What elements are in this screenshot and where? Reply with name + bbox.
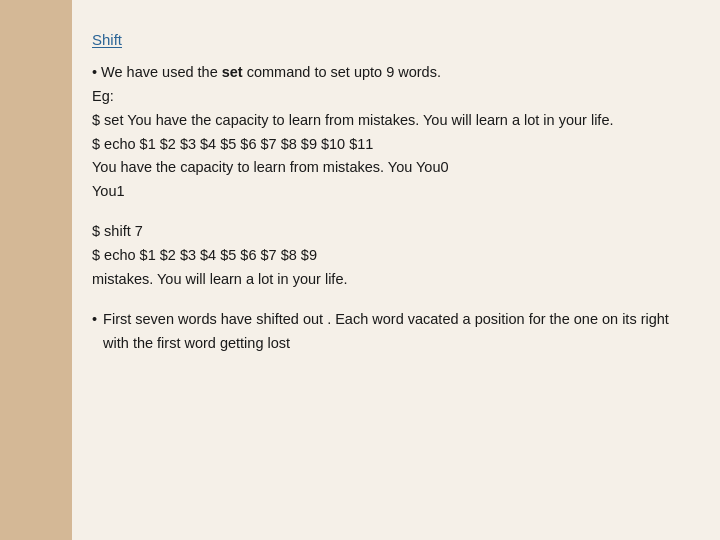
you1-line: You1 bbox=[92, 180, 688, 204]
bullet-symbol-1: • bbox=[92, 61, 97, 85]
bullet-line-1: • We have used the set command to set up… bbox=[92, 61, 688, 85]
echo-command-line: $ echo $1 $2 $3 $4 $5 $6 $7 $8 $9 $10 $1… bbox=[92, 133, 688, 157]
echo-command-2: $ echo $1 $2 $3 $4 $5 $6 $7 $8 $9 bbox=[92, 244, 688, 268]
bullet-text-1: We have used the set command to set upto… bbox=[101, 61, 441, 85]
bullet-text-2: First seven words have shifted out . Eac… bbox=[103, 308, 688, 356]
shift-output: mistakes. You will learn a lot in your l… bbox=[92, 268, 688, 292]
main-content: Shift • We have used the set command to … bbox=[72, 0, 720, 540]
content-block-1: • We have used the set command to set up… bbox=[92, 61, 688, 205]
set-command-line: $ set You have the capacity to learn fro… bbox=[92, 109, 688, 133]
bullet-section-2: • First seven words have shifted out . E… bbox=[92, 308, 688, 356]
bullet-symbol-2: • bbox=[92, 308, 97, 356]
output-line: You have the capacity to learn from mist… bbox=[92, 156, 688, 180]
shift-command: $ shift 7 bbox=[92, 220, 688, 244]
bold-set: set bbox=[222, 64, 243, 80]
eg-label: Eg: bbox=[92, 85, 688, 109]
sidebar bbox=[0, 0, 72, 540]
shift-block: $ shift 7 $ echo $1 $2 $3 $4 $5 $6 $7 $8… bbox=[92, 220, 688, 292]
section-title: Shift bbox=[92, 28, 688, 53]
